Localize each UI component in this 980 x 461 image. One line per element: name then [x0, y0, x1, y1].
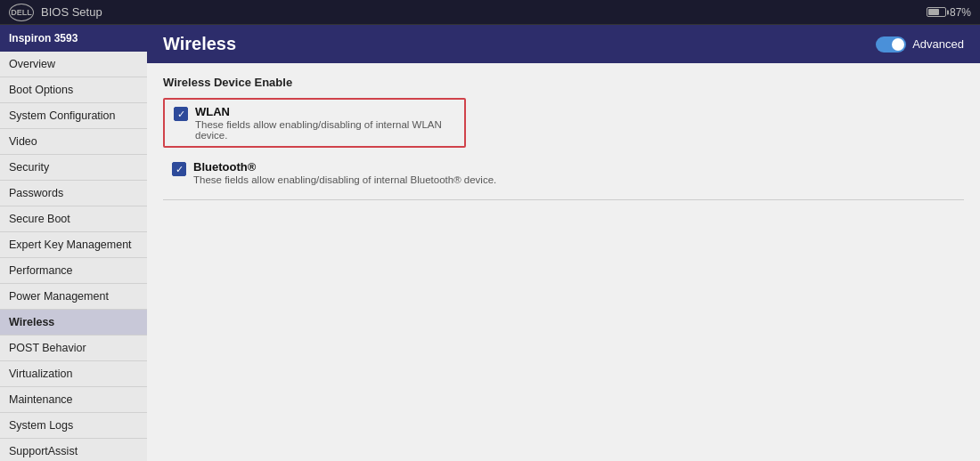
sidebar-item-maintenance[interactable]: Maintenance	[0, 387, 147, 413]
battery-fill	[928, 9, 939, 15]
battery-percent: 87%	[950, 6, 971, 19]
wlan-row[interactable]: ✓ WLAN These fields allow enabling/disab…	[163, 98, 466, 148]
sidebar-item-performance[interactable]: Performance	[0, 258, 147, 284]
sidebar-model: Inspiron 3593	[0, 25, 147, 52]
advanced-toggle[interactable]: Advanced	[876, 36, 964, 53]
sidebar-item-power-management[interactable]: Power Management	[0, 284, 147, 310]
battery-icon	[927, 7, 946, 17]
battery-indicator: 87%	[927, 6, 971, 19]
content-area: Wireless Advanced Wireless Device Enable…	[147, 25, 980, 461]
bluetooth-label: Bluetooth®	[193, 160, 496, 174]
bluetooth-checkbox[interactable]: ✓	[172, 162, 186, 176]
wlan-description: These fields allow enabling/disabling of…	[195, 119, 455, 141]
advanced-label: Advanced	[912, 37, 964, 51]
sidebar-item-overview[interactable]: Overview	[0, 52, 147, 77]
content-body: Wireless Device Enable ✓ WLAN These fiel…	[147, 63, 980, 461]
sidebar-item-post-behavior[interactable]: POST Behavior	[0, 336, 147, 361]
bluetooth-description: These fields allow enabling/disabling of…	[193, 174, 496, 185]
wlan-label: WLAN	[195, 105, 455, 118]
bluetooth-option: Bluetooth® These fields allow enabling/d…	[193, 160, 496, 185]
sidebar-item-system-configuration[interactable]: System Configuration	[0, 103, 147, 129]
wlan-option: WLAN These fields allow enabling/disabli…	[195, 105, 455, 141]
sidebar-item-expert-key-management[interactable]: Expert Key Management	[0, 232, 147, 258]
sidebar-item-system-logs[interactable]: System Logs	[0, 413, 147, 439]
sidebar-item-boot-options[interactable]: Boot Options	[0, 77, 147, 103]
bluetooth-row[interactable]: ✓ Bluetooth® These fields allow enabling…	[163, 155, 964, 190]
divider	[163, 199, 964, 200]
sidebar-item-wireless[interactable]: Wireless	[0, 310, 147, 336]
sidebar: Inspiron 3593 Overview Boot Options Syst…	[0, 25, 147, 461]
toggle-switch[interactable]	[876, 36, 906, 53]
dell-logo: DELL	[9, 4, 34, 21]
content-header: Wireless Advanced	[147, 25, 980, 63]
top-bar: DELL BIOS Setup 87%	[0, 0, 980, 25]
sidebar-item-video[interactable]: Video	[0, 129, 147, 155]
sidebar-item-supportassist[interactable]: SupportAssist	[0, 439, 147, 461]
toggle-knob	[892, 38, 904, 51]
sidebar-item-secure-boot[interactable]: Secure Boot	[0, 206, 147, 232]
wlan-checkbox[interactable]: ✓	[174, 107, 188, 121]
main-layout: Inspiron 3593 Overview Boot Options Syst…	[0, 25, 980, 461]
sidebar-item-passwords[interactable]: Passwords	[0, 181, 147, 206]
top-bar-right: 87%	[927, 6, 971, 19]
page-title: Wireless	[163, 34, 236, 54]
section-title: Wireless Device Enable	[163, 76, 964, 89]
sidebar-item-virtualization[interactable]: Virtualization	[0, 361, 147, 387]
bios-title: BIOS Setup	[41, 5, 102, 19]
sidebar-item-security[interactable]: Security	[0, 155, 147, 181]
